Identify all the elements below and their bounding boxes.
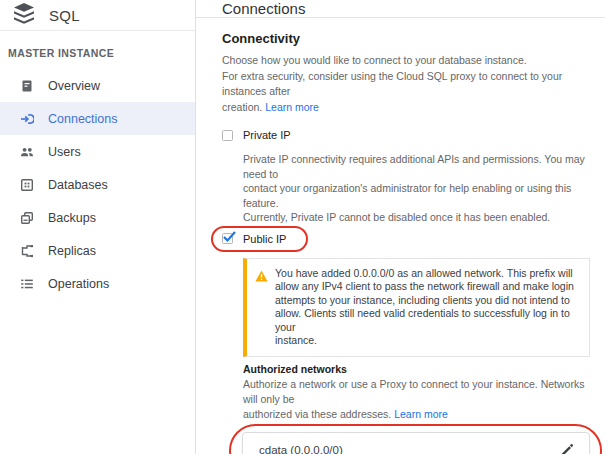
sidebar-item-databases[interactable]: Databases — [0, 168, 195, 201]
sidebar-item-label: Users — [48, 145, 81, 159]
sidebar-item-overview[interactable]: Overview — [0, 69, 195, 102]
sidebar-item-label: Replicas — [48, 244, 96, 258]
sidebar-section-label: MASTER INSTANCE — [0, 31, 195, 69]
edit-network-button[interactable] — [559, 442, 575, 454]
sidebar-header: SQL — [0, 0, 195, 31]
network-entry-card: cdata (0.0.0.0/0) — [242, 432, 590, 454]
pencil-icon — [560, 443, 574, 454]
public-ip-label[interactable]: Public IP — [243, 233, 286, 245]
sidebar-item-label: Operations — [48, 277, 109, 291]
learn-more-link-proxy[interactable]: Learn more — [265, 101, 319, 113]
sidebar-item-label: Connections — [48, 112, 118, 126]
public-ip-row: Public IP — [222, 233, 286, 245]
overview-icon — [19, 78, 34, 93]
main-panel: Connections Connectivity Choose how you … — [196, 0, 605, 454]
private-ip-description: Private IP connectivity requires additio… — [243, 152, 588, 225]
sidebar-item-operations[interactable]: Operations — [0, 267, 195, 300]
sidebar-item-label: Overview — [48, 79, 100, 93]
intro-text-line1: Choose how you would like to connect to … — [222, 53, 595, 69]
checkmark-icon — [222, 230, 237, 243]
cloud-sql-console: SQL MASTER INSTANCE Overview — [0, 0, 605, 454]
connectivity-title: Connectivity — [222, 31, 595, 46]
authorized-networks-title: Authorized networks — [243, 363, 595, 376]
authorized-networks-description: Authorize a network or use a Proxy to co… — [243, 377, 595, 422]
network-entry-wrap: cdata (0.0.0.0/0) — [242, 432, 590, 454]
users-icon — [19, 144, 34, 159]
public-ip-checkbox[interactable] — [222, 233, 233, 244]
cloud-sql-logo-icon — [13, 3, 35, 27]
network-name: cdata (0.0.0.0/0) — [259, 444, 559, 454]
page-title: Connections — [196, 0, 605, 18]
private-ip-checkbox[interactable] — [222, 130, 233, 141]
sidebar-item-connections[interactable]: Connections — [0, 102, 195, 135]
backups-icon — [19, 210, 34, 225]
warning-text: You have added 0.0.0.0/0 as an allowed n… — [275, 267, 579, 349]
sidebar-item-label: Backups — [48, 211, 96, 225]
operations-icon — [19, 276, 34, 291]
app-title: SQL — [49, 7, 80, 24]
private-ip-label[interactable]: Private IP — [243, 129, 291, 141]
sidebar-item-replicas[interactable]: Replicas — [0, 234, 195, 267]
intro-text-line2: For extra security, consider using the C… — [222, 69, 595, 100]
sidebar: SQL MASTER INSTANCE Overview — [0, 0, 196, 454]
private-ip-row: Private IP — [222, 129, 291, 141]
connectivity-section: Connectivity Choose how you would like t… — [196, 18, 605, 454]
sidebar-item-label: Databases — [48, 178, 108, 192]
warning-banner: You have added 0.0.0.0/0 as an allowed n… — [243, 258, 590, 358]
warning-icon — [255, 268, 268, 349]
sidebar-item-backups[interactable]: Backups — [0, 201, 195, 234]
intro-text-line3: creation. Learn more — [222, 100, 595, 116]
learn-more-link-networks[interactable]: Learn more — [394, 408, 448, 420]
connections-icon — [19, 111, 34, 126]
replicas-icon — [19, 243, 34, 258]
databases-icon — [19, 177, 34, 192]
sidebar-item-users[interactable]: Users — [0, 135, 195, 168]
sidebar-nav: Overview Connections — [0, 69, 195, 300]
